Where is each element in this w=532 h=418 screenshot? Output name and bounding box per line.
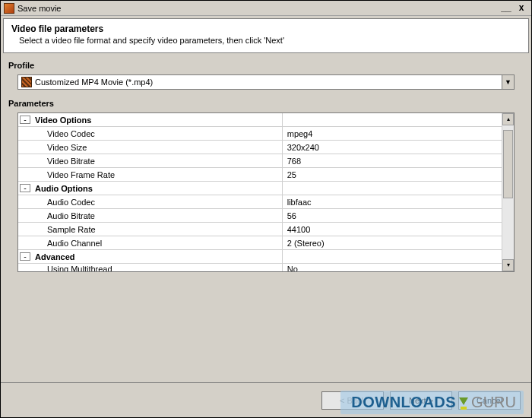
param-value[interactable]: 320x240 [282, 141, 502, 154]
parameters-grid: - Video Options Video Codec mpeg4 Video … [17, 112, 515, 272]
window-title: Save movie [17, 4, 498, 13]
profile-selected-text: Customized MP4 Movie (*.mp4) [35, 78, 502, 87]
param-row[interactable]: Using Multithread No [18, 264, 502, 272]
param-value[interactable]: libfaac [282, 195, 502, 208]
wizard-banner: Video file parameters Select a video fil… [3, 18, 529, 53]
scroll-up-icon[interactable]: ▴ [502, 113, 514, 125]
minimize-button[interactable]: __ [499, 3, 513, 14]
param-row[interactable]: Audio Bitrate 56 [18, 209, 502, 223]
param-name: Sample Rate [30, 225, 282, 234]
vertical-scrollbar[interactable]: ▴ ▾ [502, 113, 514, 271]
param-value[interactable]: 44100 [282, 223, 502, 236]
param-row[interactable]: Video Frame Rate 25 [18, 168, 502, 182]
param-name: Video Codec [30, 129, 282, 138]
param-name: Audio Channel [30, 239, 282, 248]
banner-subtext: Select a video file format and specify v… [19, 36, 521, 45]
param-row[interactable]: Sample Rate 44100 [18, 223, 502, 236]
param-name: Audio Bitrate [30, 211, 282, 220]
param-row[interactable]: Video Codec mpeg4 [18, 127, 502, 141]
param-value[interactable]: 56 [282, 209, 502, 222]
group-audio-options[interactable]: - Audio Options [18, 182, 502, 195]
param-value[interactable]: 2 (Stereo) [282, 236, 502, 249]
param-name: Video Bitrate [30, 157, 282, 166]
param-row[interactable]: Audio Codec libfaac [18, 195, 502, 209]
param-row[interactable]: Video Size 320x240 [18, 141, 502, 154]
scroll-down-icon[interactable]: ▾ [502, 259, 514, 271]
param-value[interactable]: 25 [282, 168, 502, 181]
param-name: Video Frame Rate [30, 170, 282, 179]
collapse-icon[interactable]: - [20, 116, 30, 124]
param-name: Audio Codec [30, 198, 282, 207]
collapse-icon[interactable]: - [20, 252, 30, 261]
group-video-options[interactable]: - Video Options [18, 113, 502, 127]
param-row[interactable]: Video Bitrate 768 [18, 154, 502, 168]
param-value[interactable]: 768 [282, 154, 502, 167]
titlebar: Save movie __ x [1, 1, 531, 16]
wizard-button-bar: < Back Next > Cancel DOWNLOADS GURU [1, 382, 531, 417]
group-advanced[interactable]: - Advanced [18, 250, 502, 264]
profile-label: Profile [4, 59, 528, 71]
scroll-thumb[interactable] [503, 130, 513, 198]
param-row[interactable]: Audio Channel 2 (Stereo) [18, 236, 502, 250]
param-value[interactable]: No [282, 264, 502, 272]
back-button[interactable]: < Back [321, 391, 384, 410]
parameters-label: Parameters [4, 97, 528, 109]
next-button[interactable]: Next > [390, 391, 452, 410]
app-icon [4, 3, 14, 14]
chevron-down-icon[interactable]: ▼ [502, 75, 514, 89]
banner-heading: Video file parameters [11, 24, 521, 34]
param-value[interactable]: mpeg4 [282, 127, 502, 140]
profile-format-icon [21, 77, 32, 87]
profile-combobox[interactable]: Customized MP4 Movie (*.mp4) ▼ [17, 74, 515, 90]
cancel-button[interactable]: Cancel [458, 391, 521, 410]
close-button[interactable]: x [515, 3, 528, 14]
param-name: Using Multithread [30, 264, 282, 272]
collapse-icon[interactable]: - [20, 184, 30, 192]
param-name: Video Size [30, 143, 282, 152]
